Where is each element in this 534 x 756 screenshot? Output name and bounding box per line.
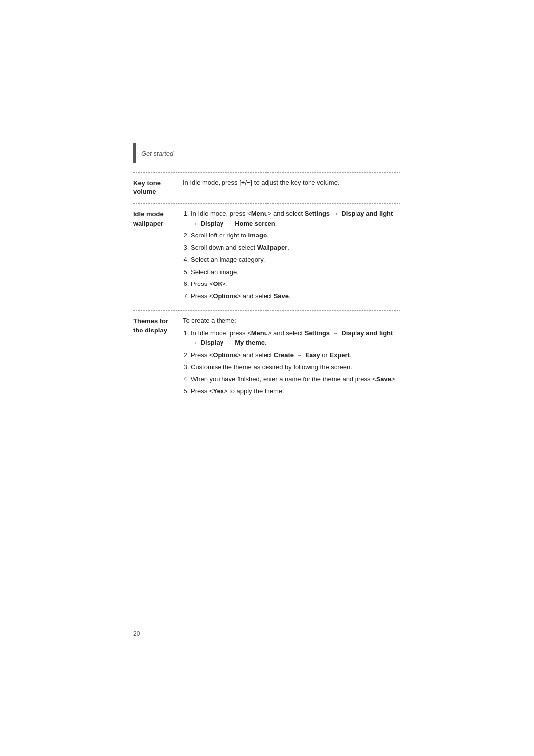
get-started-label: Get started: [141, 150, 173, 157]
idle-mode-wallpaper-content: In Idle mode, press <Menu> and select Se…: [183, 209, 400, 303]
divider-top: [134, 172, 400, 173]
page: Get started Key tonevolume In Idle mode,…: [0, 0, 534, 756]
section-header: Get started: [134, 143, 400, 163]
themes-for-display-section: Themes forthe display To create a theme:…: [134, 316, 400, 406]
themes-for-display-content: To create a theme: In Idle mode, press <…: [183, 316, 400, 399]
divider-1: [134, 203, 400, 204]
key-tone-volume-section: Key tonevolume In Idle mode, press [+/−]…: [134, 178, 400, 203]
idle-mode-wallpaper-section: Idle modewallpaper In Idle mode, press <…: [134, 209, 400, 310]
themes-for-display-label: Themes forthe display: [134, 316, 183, 334]
idle-mode-wallpaper-label: Idle modewallpaper: [134, 209, 183, 228]
key-tone-volume-content: In Idle mode, press [+/−] to adjust the …: [183, 178, 400, 189]
key-tone-volume-label: Key tonevolume: [134, 178, 183, 196]
content-area: Get started Key tonevolume In Idle mode,…: [134, 143, 400, 406]
accent-bar-icon: [134, 143, 136, 163]
divider-2: [134, 310, 400, 311]
page-number: 20: [134, 630, 140, 637]
